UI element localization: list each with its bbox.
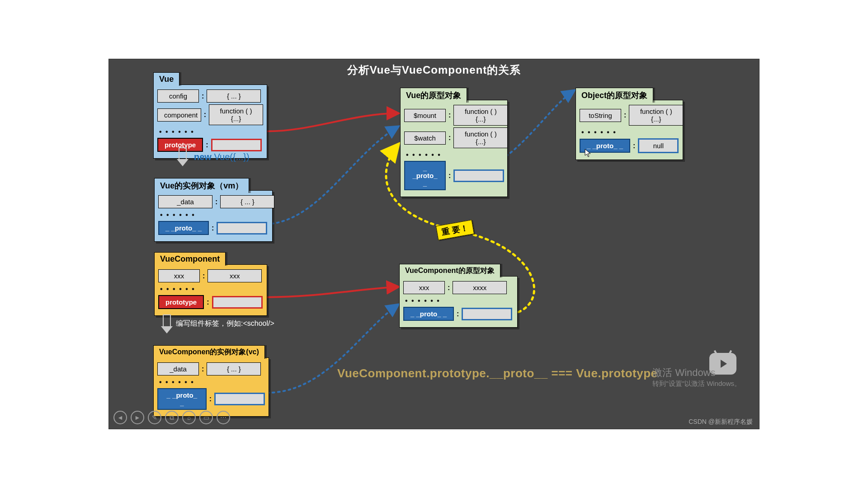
- pen-button[interactable]: ✎: [148, 411, 161, 424]
- proto-val: [453, 169, 504, 182]
- slides-button[interactable]: ⧉: [165, 411, 179, 424]
- prototype-val: [211, 139, 262, 151]
- ellipsis: • • • • • •: [157, 127, 263, 136]
- prop-val: xxx: [208, 269, 262, 282]
- diagram-stage: 分析Vue与VueComponent的关系 Vue config:{ ... }…: [108, 59, 760, 429]
- arrow-down-icon: [161, 314, 173, 333]
- write-tag-hint: 编写组件标签，例如:<school/>: [176, 319, 274, 328]
- prop-val: { ... }: [207, 89, 261, 103]
- ellipsis: • • • • • •: [580, 127, 679, 136]
- next-button[interactable]: ►: [131, 411, 144, 424]
- more-button[interactable]: ⋯: [217, 411, 230, 424]
- ellipsis: • • • • • •: [157, 377, 265, 386]
- box-object-prototype: Object的原型对象 toString:function ( ) {...} …: [576, 100, 683, 160]
- prop-key: $mount: [404, 109, 446, 122]
- ellipsis: • • • • • •: [404, 150, 504, 159]
- zoom-button[interactable]: ⌕: [182, 411, 196, 424]
- prop-key: xxx: [158, 269, 200, 282]
- prop-val: function ( ) {...}: [453, 105, 508, 126]
- ellipsis: • • • • • •: [158, 284, 263, 293]
- prop-val: xxxx: [453, 281, 507, 294]
- csdn-watermark: CSDN @新新程序名媛: [689, 418, 753, 426]
- proto-key: _ _proto_ _: [158, 221, 209, 235]
- box-vue-prototype: Vue的原型对象 $mount:function ( ) {...} $watc…: [400, 100, 508, 197]
- box-vue-constructor: Vue config:{ ... } component:function ( …: [153, 84, 267, 159]
- proto-val: [462, 308, 512, 320]
- prop-key: xxx: [403, 281, 445, 294]
- prev-button[interactable]: ◄: [113, 411, 127, 424]
- box-vuecomponent-constructor: VueComponent xxx:xxx • • • • • • prototy…: [154, 264, 267, 316]
- presentation-toolbar: ◄ ► ✎ ⧉ ⌕ ▭ ⋯: [113, 411, 230, 424]
- proto-key: _ _proto_ _: [157, 388, 207, 410]
- prop-key: $watch: [404, 131, 446, 145]
- proto-key: _ _proto_ _: [403, 307, 454, 321]
- prop-val: function ( ) {...}: [453, 127, 508, 148]
- arrow-down-icon: [177, 147, 189, 165]
- prototype-key: prototype: [158, 295, 204, 309]
- important-badge: 重 要！: [436, 220, 474, 240]
- box-vc-prototype: VueComponent的原型对象 xxx:xxxx • • • • • • _…: [399, 276, 518, 328]
- prop-key: _data: [158, 195, 212, 208]
- screen-button[interactable]: ▭: [199, 411, 213, 424]
- code-equality-line: VueComponent.prototype.__proto__ === Vue…: [337, 366, 658, 380]
- prop-val: function ( ) {...}: [209, 104, 263, 125]
- box-tab: VueComponent的原型对象: [399, 264, 500, 277]
- proto-key: _ _proto_ _: [404, 161, 446, 190]
- new-vue-hint: new Vue({...}): [194, 152, 250, 162]
- box-tab: Vue的原型对象: [400, 88, 467, 103]
- ellipsis: • • • • • •: [403, 296, 514, 305]
- proto-val: null: [638, 138, 679, 153]
- diagram-title: 分析Vue与VueComponent的关系: [109, 63, 759, 77]
- prop-val: { ... }: [220, 195, 274, 208]
- prop-key: _data: [157, 362, 199, 375]
- box-tab: Object的原型对象: [576, 88, 653, 103]
- box-tab: VueComponent: [154, 252, 226, 266]
- cursor-icon: [585, 149, 591, 158]
- prop-key: component: [157, 108, 201, 122]
- box-vc-instance: VueComponen的实例对象(vc) _data:{ ... } • • •…: [153, 357, 269, 417]
- box-tab: VueComponen的实例对象(vc): [153, 345, 265, 359]
- windows-watermark: 激活 Windows转到"设置"以激活 Windows。: [652, 366, 741, 388]
- prototype-val: [212, 296, 263, 309]
- box-vm-instance: Vue的实例对象（vm） _data:{ ... } • • • • • • _…: [154, 190, 273, 242]
- box-tab: Vue: [153, 72, 179, 86]
- proto-val: [217, 222, 267, 235]
- box-tab: Vue的实例对象（vm）: [154, 178, 249, 193]
- prop-val: function ( ) {...}: [629, 105, 683, 126]
- proto-val: [214, 393, 265, 405]
- prop-key: toString: [580, 109, 621, 122]
- prop-key: config: [157, 89, 199, 103]
- ellipsis: • • • • • •: [158, 210, 269, 219]
- prop-val: { ... }: [207, 362, 261, 375]
